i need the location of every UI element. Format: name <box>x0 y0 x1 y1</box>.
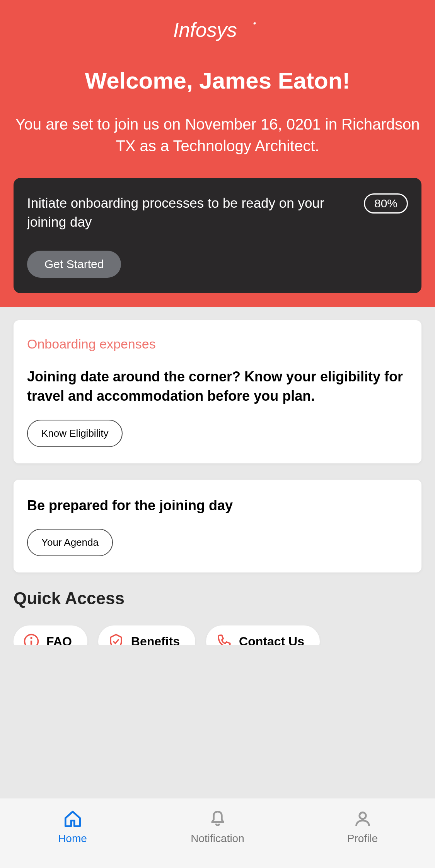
nav-profile-label: Profile <box>347 832 378 845</box>
know-eligibility-button[interactable]: Know Eligibility <box>27 420 123 447</box>
shield-icon <box>108 633 124 645</box>
quick-access-section: Quick Access FAQ Benefits <box>14 589 421 645</box>
quick-access-title: Quick Access <box>14 589 421 608</box>
your-agenda-button[interactable]: Your Agenda <box>27 529 113 556</box>
nav-home[interactable]: Home <box>0 809 145 845</box>
nav-notification-label: Notification <box>191 832 244 845</box>
welcome-subtitle: You are set to join us on November 16, 0… <box>14 113 421 157</box>
quick-item-label: FAQ <box>46 634 72 645</box>
logo: Infosys ® <box>14 19 421 44</box>
info-icon <box>23 633 39 645</box>
nav-profile[interactable]: Profile <box>290 809 435 845</box>
infosys-logo-icon: Infosys ® <box>173 19 262 43</box>
onboarding-text: Initiate onboarding processes to be read… <box>27 193 352 231</box>
svg-text:®: ® <box>253 22 256 26</box>
get-started-button[interactable]: Get Started <box>27 251 121 278</box>
quick-item-faq[interactable]: FAQ <box>14 625 87 645</box>
nav-home-label: Home <box>58 832 87 845</box>
contact-icon <box>216 633 232 645</box>
content-section: Onboarding expenses Joining date around … <box>0 307 435 651</box>
expenses-card-label: Onboarding expenses <box>27 337 408 352</box>
nav-notification[interactable]: Notification <box>145 809 290 845</box>
header-section: Infosys ® Welcome, James Eaton! You are … <box>0 0 435 307</box>
svg-text:Infosys: Infosys <box>173 19 237 41</box>
agenda-card: Be prepared for the joining day Your Age… <box>14 480 421 572</box>
home-icon <box>63 809 82 829</box>
bell-icon <box>208 809 227 829</box>
welcome-title: Welcome, James Eaton! <box>14 67 421 94</box>
expenses-card-text: Joining date around the corner? Know you… <box>27 367 408 406</box>
quick-item-label: Benefits <box>131 634 180 645</box>
agenda-card-text: Be prepared for the joining day <box>27 496 408 515</box>
expenses-card: Onboarding expenses Joining date around … <box>14 320 421 463</box>
quick-item-contact[interactable]: Contact Us <box>206 625 320 645</box>
svg-point-6 <box>359 812 366 819</box>
onboarding-card: Initiate onboarding processes to be read… <box>14 178 421 293</box>
quick-item-label: Contact Us <box>239 634 304 645</box>
progress-badge: 80% <box>364 193 408 214</box>
svg-point-4 <box>30 637 32 639</box>
quick-item-benefits[interactable]: Benefits <box>98 625 195 645</box>
bottom-nav: Home Notification Profile <box>0 798 435 868</box>
profile-icon <box>353 809 372 829</box>
